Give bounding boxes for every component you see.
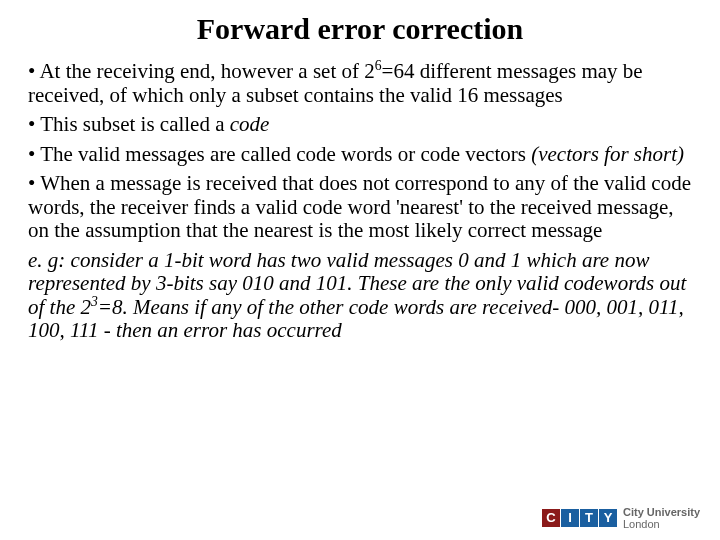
- bullet-3: • The valid messages are called code wor…: [28, 143, 692, 167]
- bullet-4: • When a message is received that does n…: [28, 172, 692, 243]
- bullet-2-italic: code: [230, 112, 270, 136]
- logo-letter-i: I: [561, 509, 579, 527]
- city-university-logo: C I T Y City University London: [542, 506, 700, 530]
- example-text: e. g: consider a 1-bit word has two vali…: [28, 249, 692, 343]
- example-sup: 3: [91, 294, 98, 309]
- bullet-3-text: • The valid messages are called code wor…: [28, 142, 531, 166]
- slide-title: Forward error correction: [28, 12, 692, 46]
- bullet-1-text-a: • At the receiving end, however a set of…: [28, 59, 375, 83]
- logo-letter-y: Y: [599, 509, 617, 527]
- bullet-2: • This subset is called a code: [28, 113, 692, 137]
- slide: Forward error correction • At the receiv…: [0, 0, 720, 540]
- bullet-3-italic: (vectors for short): [531, 142, 684, 166]
- logo-letter-t: T: [580, 509, 598, 527]
- logo-text-line2: London: [623, 518, 700, 530]
- example-text-b: =8. Means if any of the other code words…: [28, 295, 684, 343]
- logo-text: City University London: [623, 506, 700, 530]
- logo-letter-c: C: [542, 509, 560, 527]
- logo-squares: C I T Y: [542, 509, 617, 527]
- bullet-1-sup: 6: [375, 58, 382, 73]
- bullet-1: • At the receiving end, however a set of…: [28, 60, 692, 107]
- bullet-2-text: • This subset is called a: [28, 112, 230, 136]
- logo-text-line1: City University: [623, 506, 700, 518]
